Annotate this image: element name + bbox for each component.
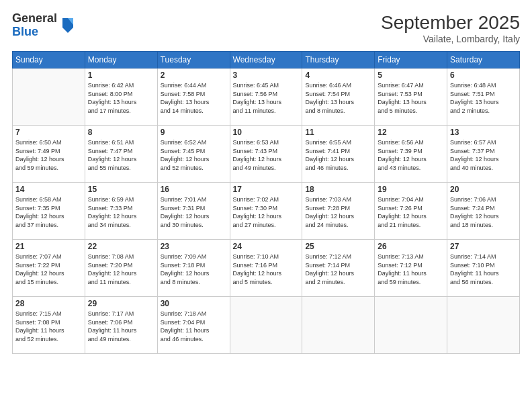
day-number: 13	[450, 128, 517, 137]
logo-icon	[60, 15, 76, 34]
day-number: 21	[15, 242, 82, 251]
day-info: Sunrise: 7:07 AM Sunset: 7:22 PM Dayligh…	[15, 253, 82, 286]
day-number: 26	[378, 242, 444, 251]
day-info: Sunrise: 6:44 AM Sunset: 7:58 PM Dayligh…	[161, 81, 227, 115]
day-number: 24	[233, 242, 300, 251]
day-info: Sunrise: 6:56 AM Sunset: 7:39 PM Dayligh…	[378, 138, 444, 172]
day-number: 6	[450, 71, 517, 80]
calendar-week-2: 7Sunrise: 6:50 AM Sunset: 7:49 PM Daylig…	[13, 126, 520, 183]
day-info: Sunrise: 7:01 AM Sunset: 7:31 PM Dayligh…	[161, 195, 227, 229]
title-location: Vailate, Lombardy, Italy	[381, 34, 520, 44]
table-row: 24Sunrise: 7:10 AM Sunset: 7:16 PM Dayli…	[230, 240, 302, 297]
calendar-week-3: 14Sunrise: 6:58 AM Sunset: 7:35 PM Dayli…	[13, 183, 520, 240]
table-row: 6Sunrise: 6:48 AM Sunset: 7:51 PM Daylig…	[447, 68, 520, 126]
day-number: 11	[305, 128, 371, 137]
day-number: 15	[88, 185, 154, 194]
title-block: September 2025 Vailate, Lombardy, Italy	[381, 12, 520, 44]
day-number: 23	[161, 242, 227, 251]
day-number: 20	[450, 185, 517, 194]
table-row: 5Sunrise: 6:47 AM Sunset: 7:53 PM Daylig…	[375, 68, 447, 126]
table-row: 25Sunrise: 7:12 AM Sunset: 7:14 PM Dayli…	[302, 240, 375, 297]
table-row: 27Sunrise: 7:14 AM Sunset: 7:10 PM Dayli…	[447, 240, 520, 297]
table-row: 26Sunrise: 7:13 AM Sunset: 7:12 PM Dayli…	[375, 240, 447, 297]
day-number: 8	[88, 128, 154, 137]
table-row: 13Sunrise: 6:57 AM Sunset: 7:37 PM Dayli…	[447, 126, 520, 183]
day-info: Sunrise: 6:46 AM Sunset: 7:54 PM Dayligh…	[305, 81, 371, 115]
day-info: Sunrise: 7:06 AM Sunset: 7:24 PM Dayligh…	[450, 195, 517, 229]
table-row	[230, 297, 302, 354]
logo-text: General Blue	[12, 12, 57, 39]
day-info: Sunrise: 7:17 AM Sunset: 7:06 PM Dayligh…	[88, 310, 154, 343]
day-info: Sunrise: 6:59 AM Sunset: 7:33 PM Dayligh…	[88, 195, 154, 229]
day-info: Sunrise: 6:48 AM Sunset: 7:51 PM Dayligh…	[450, 81, 517, 115]
day-info: Sunrise: 7:15 AM Sunset: 7:08 PM Dayligh…	[15, 310, 82, 343]
day-info: Sunrise: 6:50 AM Sunset: 7:49 PM Dayligh…	[15, 138, 82, 172]
day-number: 1	[88, 71, 154, 80]
weekday-header-row: Sunday Monday Tuesday Wednesday Thursday…	[13, 52, 520, 68]
table-row: 15Sunrise: 6:59 AM Sunset: 7:33 PM Dayli…	[85, 183, 157, 240]
table-row: 22Sunrise: 7:08 AM Sunset: 7:20 PM Dayli…	[85, 240, 157, 297]
logo: General Blue	[12, 12, 76, 39]
logo-blue: Blue	[12, 26, 57, 39]
day-number: 19	[378, 185, 444, 194]
table-row	[375, 297, 447, 354]
table-row: 11Sunrise: 6:55 AM Sunset: 7:41 PM Dayli…	[302, 126, 375, 183]
table-row: 16Sunrise: 7:01 AM Sunset: 7:31 PM Dayli…	[157, 183, 230, 240]
day-info: Sunrise: 7:13 AM Sunset: 7:12 PM Dayligh…	[378, 253, 444, 286]
calendar-week-1: 1Sunrise: 6:42 AM Sunset: 8:00 PM Daylig…	[13, 68, 520, 126]
day-info: Sunrise: 6:51 AM Sunset: 7:47 PM Dayligh…	[88, 138, 154, 172]
header: General Blue September 2025 Vailate, Lom…	[12, 12, 520, 44]
table-row: 1Sunrise: 6:42 AM Sunset: 8:00 PM Daylig…	[85, 68, 157, 126]
day-info: Sunrise: 6:58 AM Sunset: 7:35 PM Dayligh…	[15, 195, 82, 229]
table-row	[302, 297, 375, 354]
day-info: Sunrise: 7:12 AM Sunset: 7:14 PM Dayligh…	[305, 253, 371, 286]
day-info: Sunrise: 6:53 AM Sunset: 7:43 PM Dayligh…	[233, 138, 300, 172]
table-row: 28Sunrise: 7:15 AM Sunset: 7:08 PM Dayli…	[13, 297, 85, 354]
calendar-week-5: 28Sunrise: 7:15 AM Sunset: 7:08 PM Dayli…	[13, 297, 520, 354]
day-number: 3	[233, 71, 300, 80]
table-row: 12Sunrise: 6:56 AM Sunset: 7:39 PM Dayli…	[375, 126, 447, 183]
day-number: 22	[88, 242, 154, 251]
day-info: Sunrise: 6:57 AM Sunset: 7:37 PM Dayligh…	[450, 138, 517, 172]
day-info: Sunrise: 6:42 AM Sunset: 8:00 PM Dayligh…	[88, 81, 154, 115]
day-info: Sunrise: 7:10 AM Sunset: 7:16 PM Dayligh…	[233, 253, 300, 286]
table-row: 9Sunrise: 6:52 AM Sunset: 7:45 PM Daylig…	[157, 126, 230, 183]
calendar: Sunday Monday Tuesday Wednesday Thursday…	[12, 51, 520, 354]
table-row: 30Sunrise: 7:18 AM Sunset: 7:04 PM Dayli…	[157, 297, 230, 354]
table-row: 19Sunrise: 7:04 AM Sunset: 7:26 PM Dayli…	[375, 183, 447, 240]
day-number: 5	[378, 71, 444, 80]
day-number: 9	[161, 128, 227, 137]
table-row: 23Sunrise: 7:09 AM Sunset: 7:18 PM Dayli…	[157, 240, 230, 297]
table-row: 2Sunrise: 6:44 AM Sunset: 7:58 PM Daylig…	[157, 68, 230, 126]
day-number: 18	[305, 185, 371, 194]
day-number: 7	[15, 128, 82, 137]
page: General Blue September 2025 Vailate, Lom…	[0, 0, 532, 411]
header-friday: Friday	[375, 52, 447, 68]
table-row	[13, 68, 85, 126]
table-row: 17Sunrise: 7:02 AM Sunset: 7:30 PM Dayli…	[230, 183, 302, 240]
day-number: 14	[15, 185, 82, 194]
header-thursday: Thursday	[302, 52, 375, 68]
day-info: Sunrise: 7:09 AM Sunset: 7:18 PM Dayligh…	[161, 253, 227, 286]
header-sunday: Sunday	[13, 52, 85, 68]
header-wednesday: Wednesday	[230, 52, 302, 68]
table-row	[447, 297, 520, 354]
calendar-week-4: 21Sunrise: 7:07 AM Sunset: 7:22 PM Dayli…	[13, 240, 520, 297]
header-monday: Monday	[85, 52, 157, 68]
day-info: Sunrise: 7:18 AM Sunset: 7:04 PM Dayligh…	[161, 310, 227, 343]
day-number: 30	[161, 299, 227, 308]
title-month: September 2025	[381, 12, 520, 34]
day-number: 2	[161, 71, 227, 80]
day-number: 27	[450, 242, 517, 251]
table-row: 10Sunrise: 6:53 AM Sunset: 7:43 PM Dayli…	[230, 126, 302, 183]
day-number: 4	[305, 71, 371, 80]
day-info: Sunrise: 7:08 AM Sunset: 7:20 PM Dayligh…	[88, 253, 154, 286]
header-tuesday: Tuesday	[157, 52, 230, 68]
day-info: Sunrise: 6:47 AM Sunset: 7:53 PM Dayligh…	[378, 81, 444, 115]
day-info: Sunrise: 7:03 AM Sunset: 7:28 PM Dayligh…	[305, 195, 371, 229]
day-info: Sunrise: 6:55 AM Sunset: 7:41 PM Dayligh…	[305, 138, 371, 172]
table-row: 8Sunrise: 6:51 AM Sunset: 7:47 PM Daylig…	[85, 126, 157, 183]
day-number: 16	[161, 185, 227, 194]
table-row: 18Sunrise: 7:03 AM Sunset: 7:28 PM Dayli…	[302, 183, 375, 240]
day-info: Sunrise: 7:14 AM Sunset: 7:10 PM Dayligh…	[450, 253, 517, 286]
